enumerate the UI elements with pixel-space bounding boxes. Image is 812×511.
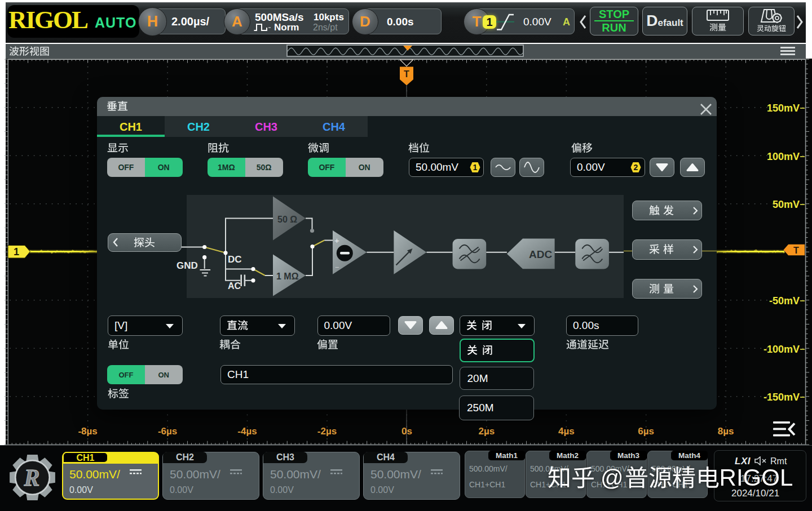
svg-text:1: 1 xyxy=(14,246,19,257)
svg-text:T: T xyxy=(793,246,799,255)
svg-text:T: T xyxy=(404,69,409,79)
svg-text:+: + xyxy=(334,235,339,245)
svg-text:1: 1 xyxy=(473,163,478,172)
svg-text:−: − xyxy=(335,263,339,271)
svg-text:50 Ω: 50 Ω xyxy=(277,214,297,224)
svg-text:R: R xyxy=(23,465,39,491)
svg-text:ADC: ADC xyxy=(529,248,552,260)
svg-text:2: 2 xyxy=(634,163,638,172)
svg-text:1 MΩ: 1 MΩ xyxy=(276,271,299,281)
